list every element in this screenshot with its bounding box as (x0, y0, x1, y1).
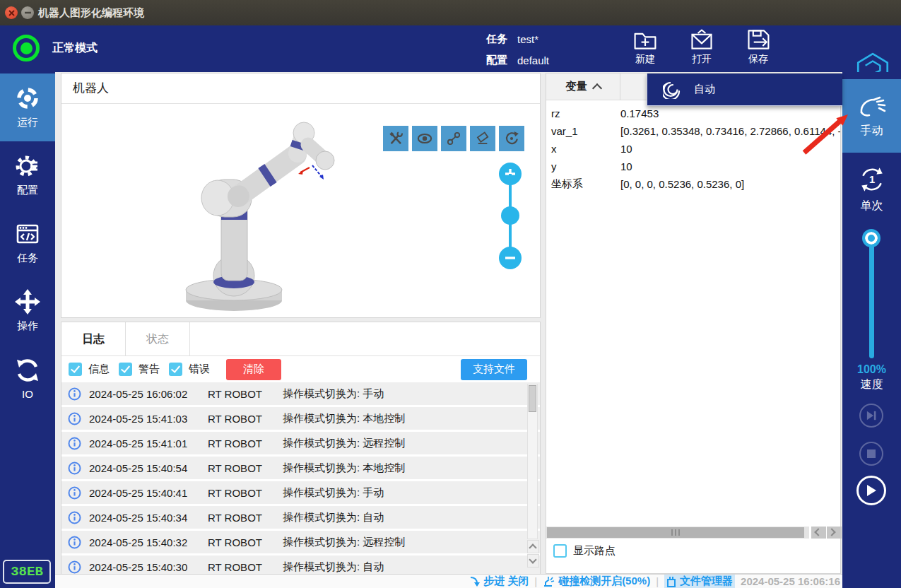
minimize-icon[interactable] (21, 6, 34, 19)
file-manager-button[interactable]: 文件管理器 (664, 575, 735, 588)
jog-arrows-icon (15, 289, 40, 314)
robot-panel-title: 机器人 (61, 74, 540, 104)
reset-view-button[interactable] (499, 126, 524, 151)
hscrollbar-thumb[interactable] (547, 527, 804, 538)
collision-detection-status[interactable]: 碰撞检测开启(50%) (543, 575, 650, 588)
log-source: RT ROBOT (208, 561, 283, 573)
collision-icon (543, 576, 555, 587)
stop-button[interactable] (859, 442, 883, 466)
table-row[interactable]: var_1 [0.3261, 0.35348, 0.73416, 2.72866… (546, 122, 840, 140)
info-icon (68, 511, 81, 524)
play-button[interactable] (856, 476, 886, 505)
config-value: default (517, 54, 549, 66)
log-time: 2024-05-25 15:41:03 (89, 413, 208, 425)
manual-mode-button[interactable]: 手动 (842, 79, 901, 153)
variable-value: [0, 0, 0, 0.5236, 0.5236, 0] (620, 178, 840, 190)
tab-status[interactable]: 状态 (126, 322, 190, 355)
variable-value: 10 (620, 143, 840, 155)
tab-log[interactable]: 日志 (61, 322, 126, 355)
tools-button[interactable] (383, 126, 408, 151)
filter-error-checkbox[interactable] (169, 363, 182, 376)
log-row[interactable]: 2024-05-25 15:40:54 RT ROBOT 操作模式切换为: 本地… (61, 457, 540, 479)
separator: | (534, 575, 537, 587)
step-forward-button[interactable] (859, 404, 883, 428)
save-button[interactable]: 保存 (733, 28, 784, 71)
file-manager-icon (666, 575, 676, 587)
variable-name: 坐标系 (546, 177, 620, 191)
step-mode-status[interactable]: 步进 关闭 (469, 575, 529, 588)
log-scrollbar[interactable] (527, 384, 538, 539)
stop-icon (866, 449, 876, 459)
visibility-button[interactable] (412, 126, 437, 151)
log-time: 2024-05-25 16:06:02 (89, 388, 208, 400)
task-label: 任务 (486, 33, 507, 46)
scroll-right-button[interactable] (827, 527, 842, 539)
sidebar-item-task[interactable]: 任务 (0, 209, 55, 277)
open-button[interactable]: 打开 (676, 28, 727, 71)
log-scrollbar-thumb[interactable] (529, 385, 536, 412)
table-row[interactable]: rz 0.17453 (546, 105, 840, 122)
separator: | (656, 575, 659, 587)
log-row[interactable]: 2024-05-25 15:41:01 RT ROBOT 操作模式切换为: 远程… (61, 432, 540, 454)
filter-info-checkbox[interactable] (69, 363, 82, 376)
mode-status-icon (13, 35, 40, 61)
mode-label: 正常模式 (52, 41, 98, 56)
log-row[interactable]: 2024-05-25 15:40:41 RT ROBOT 操作模式切换为: 手动 (61, 481, 540, 504)
scroll-left-button[interactable] (811, 527, 826, 539)
single-run-button[interactable]: 1 单次 (842, 153, 901, 226)
sidebar-item-io[interactable]: IO (0, 345, 55, 413)
robot-3d-view[interactable] (61, 104, 540, 318)
sidebar-item-run[interactable]: 运行 (0, 74, 55, 141)
table-row[interactable]: y 10 (546, 158, 840, 175)
sidebar-item-operate[interactable]: 操作 (0, 277, 55, 345)
log-time: 2024-05-25 15:40:41 (89, 487, 208, 499)
log-row[interactable]: 2024-05-25 15:40:34 RT ROBOT 操作模式切换为: 自动 (61, 506, 540, 529)
log-message: 操作模式切换为: 手动 (283, 387, 384, 401)
log-row[interactable]: 2024-05-25 16:06:02 RT ROBOT 操作模式切换为: 手动 (61, 382, 540, 405)
minus-icon (505, 256, 516, 260)
speed-value: 100% (842, 363, 901, 376)
step-forward-icon (864, 409, 878, 422)
mode-dropdown-item-auto[interactable]: 自动 (647, 74, 842, 106)
log-source: RT ROBOT (208, 388, 283, 400)
scroll-down-button[interactable] (527, 554, 539, 568)
table-row[interactable]: 坐标系 [0, 0, 0, 0.5236, 0.5236, 0] (546, 175, 840, 193)
variable-value: 10 (620, 160, 840, 172)
log-message: 操作模式切换为: 本地控制 (283, 412, 405, 425)
zoom-out-button[interactable] (499, 247, 522, 269)
new-button[interactable]: 新建 (620, 28, 671, 71)
scroll-up-button[interactable] (527, 540, 539, 553)
filter-warning-checkbox[interactable] (119, 363, 132, 376)
variable-name: y (546, 160, 620, 172)
show-waypoints-checkbox[interactable] (553, 544, 567, 558)
auto-mode-icon (663, 81, 681, 99)
run-icon (15, 86, 40, 111)
speed-slider-handle[interactable] (862, 229, 881, 247)
log-source: RT ROBOT (208, 536, 283, 548)
code-window-icon (15, 221, 40, 247)
view-toolbar (383, 126, 524, 151)
clear-log-button[interactable]: 清除 (226, 359, 281, 380)
speed-slider-track[interactable] (869, 236, 874, 358)
sidebar-item-config[interactable]: 配置 (0, 141, 55, 209)
eraser-button[interactable] (470, 126, 495, 151)
log-message: 操作模式切换为: 手动 (283, 486, 384, 500)
info-icon (68, 536, 81, 549)
variable-value: [0.3261, 0.35348, 0.73416, 2.72866, 0.61… (620, 125, 840, 137)
close-icon[interactable] (5, 6, 18, 19)
log-row[interactable]: 2024-05-25 15:40:30 RT ROBOT 操作模式切换为: 自动 (61, 555, 540, 575)
collapse-caret-icon (591, 83, 601, 93)
variables-tab[interactable]: 变量 (546, 74, 620, 100)
topbar: 正常模式 任务 test* 配置 default 新建 打开 (0, 25, 901, 72)
log-row[interactable]: 2024-05-25 15:40:32 RT ROBOT 操作模式切换为: 远程… (61, 531, 540, 553)
log-source: RT ROBOT (208, 487, 283, 499)
support-file-button[interactable]: 支持文件 (461, 359, 527, 380)
variables-hscrollbar[interactable] (546, 527, 809, 539)
zoom-slider-handle[interactable] (501, 206, 519, 225)
log-row[interactable]: 2024-05-25 15:41:03 RT ROBOT 操作模式切换为: 本地… (61, 407, 540, 430)
step-status-icon (469, 576, 480, 587)
config-row: 配置 default (486, 54, 549, 67)
new-file-icon (632, 28, 658, 52)
path-button[interactable] (441, 126, 466, 151)
table-row[interactable]: x 10 (546, 140, 840, 158)
